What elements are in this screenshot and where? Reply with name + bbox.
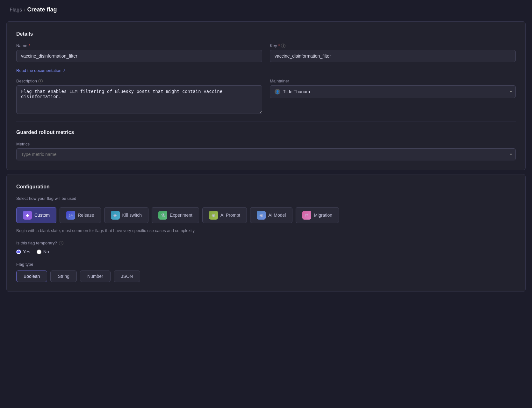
details-title: Details bbox=[16, 31, 516, 37]
flag-btn-ai-prompt-label: AI Prompt bbox=[220, 213, 240, 218]
custom-icon: ◆ bbox=[23, 211, 32, 220]
name-group: Name* bbox=[16, 43, 262, 62]
temp-radio-group: Yes No bbox=[16, 249, 516, 254]
kill-switch-icon: ◈ bbox=[111, 211, 120, 220]
flag-btn-migration-label: Migration bbox=[314, 213, 332, 218]
maintainer-select[interactable]: 👤 Tilde Thurium ▾ bbox=[270, 85, 516, 98]
type-btn-boolean[interactable]: Boolean bbox=[16, 271, 47, 282]
type-btn-json[interactable]: JSON bbox=[114, 271, 140, 282]
type-buttons: Boolean String Number JSON bbox=[16, 271, 516, 282]
maintainer-group: Maintainer 👤 Tilde Thurium ▾ bbox=[270, 79, 516, 114]
name-input[interactable] bbox=[16, 50, 262, 62]
flag-btn-experiment[interactable]: ⚗ Experiment bbox=[152, 207, 199, 223]
ai-model-icon: ◉ bbox=[257, 211, 266, 220]
flag-btn-kill-switch-label: Kill switch bbox=[122, 213, 142, 218]
configuration-card: Configuration Select how your flag will … bbox=[6, 174, 526, 292]
flag-type-section: Flag type Boolean String Number JSON bbox=[16, 262, 516, 282]
name-key-row: Name* Key* i bbox=[16, 43, 516, 62]
temp-label: Is this flag temporary? i bbox=[16, 241, 516, 245]
ai-prompt-icon: ◉ bbox=[209, 211, 218, 220]
maintainer-label: Maintainer bbox=[270, 79, 516, 83]
experiment-icon: ⚗ bbox=[158, 211, 167, 220]
description-info-icon: i bbox=[38, 79, 43, 83]
user-avatar-icon: 👤 bbox=[275, 89, 280, 95]
name-label: Name* bbox=[16, 43, 262, 48]
temp-yes-label[interactable]: Yes bbox=[16, 249, 30, 254]
flag-btn-custom-label: Custom bbox=[34, 213, 50, 218]
flag-btn-migration[interactable]: ⇄ Migration bbox=[296, 207, 339, 223]
flag-type-description: Begin with a blank slate, most common fo… bbox=[16, 228, 516, 233]
external-link-icon: ↗ bbox=[63, 68, 66, 73]
description-label: Description i bbox=[16, 79, 262, 83]
configuration-title: Configuration bbox=[16, 184, 516, 190]
flag-btn-custom[interactable]: ◆ Custom bbox=[16, 207, 56, 223]
breadcrumb-separator: / bbox=[24, 7, 25, 13]
migration-icon: ⇄ bbox=[302, 211, 311, 220]
type-btn-number[interactable]: Number bbox=[80, 271, 111, 282]
guarded-title: Guarded rollout metrics bbox=[16, 130, 516, 135]
flag-btn-ai-model-label: AI Model bbox=[268, 213, 286, 218]
temp-yes-radio[interactable] bbox=[16, 250, 21, 254]
desc-maintainer-row: Description i Flag that enables LLM filt… bbox=[16, 79, 516, 114]
key-label: Key* i bbox=[270, 43, 516, 48]
breadcrumb-parent[interactable]: Flags bbox=[10, 7, 22, 13]
flag-btn-release[interactable]: ◎ Release bbox=[60, 207, 101, 223]
configuration-subtitle: Select how your flag will be used bbox=[16, 196, 516, 201]
release-icon: ◎ bbox=[66, 211, 75, 220]
flag-type-buttons: ◆ Custom ◎ Release ◈ Kill switch ⚗ Exper… bbox=[16, 207, 516, 223]
flag-btn-release-label: Release bbox=[78, 213, 94, 218]
metrics-select-wrapper[interactable]: ▾ bbox=[16, 148, 516, 160]
chevron-down-icon: ▾ bbox=[510, 89, 512, 94]
temp-section: Is this flag temporary? i Yes No bbox=[16, 241, 516, 254]
description-group: Description i Flag that enables LLM filt… bbox=[16, 79, 262, 114]
flag-type-label: Flag type bbox=[16, 262, 516, 267]
temp-info-icon: i bbox=[59, 241, 63, 245]
doc-link[interactable]: Read the documentation ↗ bbox=[16, 68, 66, 73]
key-input[interactable] bbox=[270, 50, 516, 62]
maintainer-value: Tilde Thurium bbox=[283, 89, 310, 94]
details-card: Details Name* Key* i Read the documentat… bbox=[6, 21, 526, 170]
page-breadcrumb: Flags / Create flag bbox=[0, 0, 532, 18]
key-group: Key* i bbox=[270, 43, 516, 62]
key-info-icon: i bbox=[281, 44, 285, 48]
flag-btn-experiment-label: Experiment bbox=[170, 213, 192, 218]
flag-btn-ai-prompt[interactable]: ◉ AI Prompt bbox=[202, 207, 247, 223]
metrics-input[interactable] bbox=[16, 148, 516, 160]
metrics-group: Metrics ▾ bbox=[16, 142, 516, 160]
description-textarea[interactable]: Flag that enables LLM filtering of Blues… bbox=[16, 85, 262, 114]
temp-no-radio[interactable] bbox=[37, 250, 41, 254]
flag-btn-kill-switch[interactable]: ◈ Kill switch bbox=[104, 207, 148, 223]
type-btn-string[interactable]: String bbox=[50, 271, 77, 282]
page-title: Create flag bbox=[27, 6, 57, 13]
metrics-label: Metrics bbox=[16, 142, 516, 146]
temp-no-label[interactable]: No bbox=[37, 249, 49, 254]
flag-btn-ai-model[interactable]: ◉ AI Model bbox=[250, 207, 292, 223]
divider bbox=[16, 122, 516, 122]
